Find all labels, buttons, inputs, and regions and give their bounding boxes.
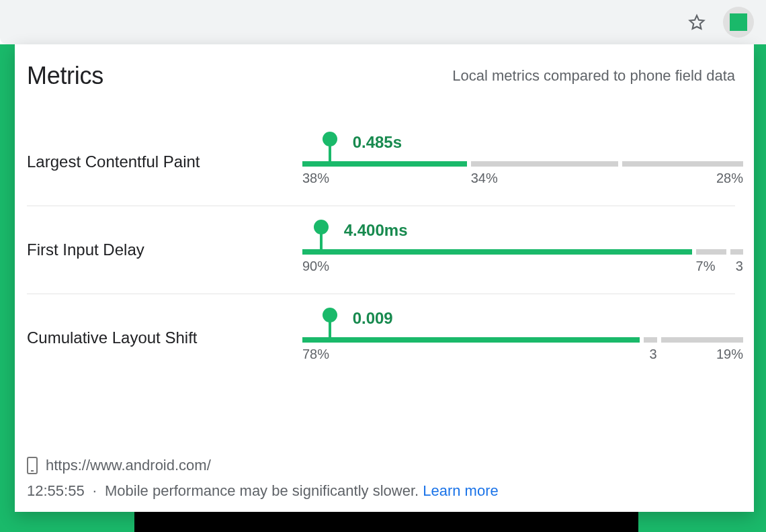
segment-poor: 3 [730,249,743,255]
extension-button[interactable] [723,7,754,38]
segment-label: 3 [650,347,657,362]
segment-mid: 7% [696,249,726,255]
segment-mid: 3 [644,337,656,343]
metric-distribution-bar: 90%7%34.400ms [302,226,735,273]
extension-status-icon [730,13,747,31]
marker-dot-icon [323,132,337,146]
page-content-peek [134,512,638,532]
segment-label: 34% [471,171,498,186]
segment-label: 90% [302,259,329,274]
local-value-marker: 4.400ms [320,226,323,255]
metric-name: Largest Contentful Paint [27,152,302,171]
local-metric-value: 4.400ms [344,221,408,240]
metric-distribution-bar: 38%34%28%0.485s [302,138,735,185]
local-metric-value: 0.485s [353,133,402,152]
marker-dot-icon [323,308,337,322]
local-value-marker: 0.009 [329,314,331,343]
metrics-list: Largest Contentful Paint38%34%28%0.485sF… [27,118,735,450]
segment-label: 78% [302,347,329,362]
separator: · [93,482,97,499]
panel-subtitle: Local metrics compared to phone field da… [452,67,735,85]
segment-good: 38% [302,161,467,167]
segment-poor: 28% [622,161,743,167]
segment-label: 38% [302,171,329,186]
phone-icon [27,457,38,474]
metric-name: First Input Delay [27,240,302,259]
segment-label: 28% [716,171,743,186]
metric-distribution-bar: 78%319%0.009 [302,314,735,361]
marker-dot-icon [314,220,329,234]
local-value-marker: 0.485s [329,138,331,167]
timestamp: 12:55:55 [27,482,85,499]
segment-label: 3 [736,259,743,274]
segment-good: 78% [302,337,640,343]
segment-mid: 34% [471,161,618,167]
metric-row: First Input Delay90%7%34.400ms [27,206,735,294]
browser-toolbar [0,0,766,44]
metrics-popup: Metrics Local metrics compared to phone … [15,44,754,512]
segment-good: 90% [302,249,692,255]
panel-title: Metrics [27,62,103,90]
segment-label: 7% [696,259,716,274]
star-icon [687,13,706,32]
performance-warning: Mobile performance may be significantly … [105,482,419,499]
metric-row: Largest Contentful Paint38%34%28%0.485s [27,118,735,206]
learn-more-link[interactable]: Learn more [423,482,499,499]
segment-poor: 19% [661,337,743,343]
segment-label: 19% [716,347,743,362]
metric-row: Cumulative Layout Shift78%319%0.009 [27,294,735,382]
page-url: https://www.android.com/ [46,457,211,474]
local-metric-value: 0.009 [353,309,393,328]
metric-name: Cumulative Layout Shift [27,328,302,347]
bookmark-star-button[interactable] [685,11,708,34]
